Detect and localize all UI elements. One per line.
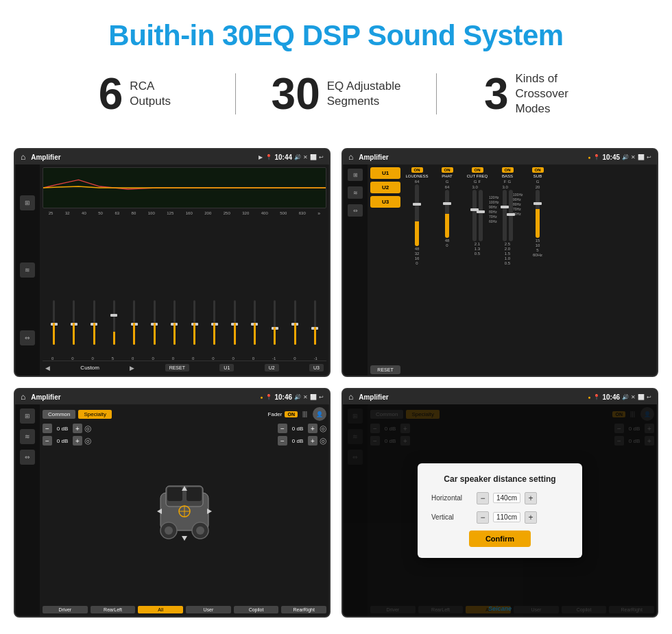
eq-close-icon[interactable]: ✕: [303, 154, 308, 160]
fader-specialty-tab[interactable]: Specialty: [78, 410, 111, 419]
amp-sub-slider[interactable]: 20 15 10 5 60Hz: [533, 185, 542, 374]
eq-mode-label: Custom: [80, 365, 99, 371]
amp-loudness-on[interactable]: ON: [411, 167, 423, 173]
fader-sidebar-icon-2[interactable]: ≋: [20, 429, 35, 444]
fader-fl-plus[interactable]: +: [73, 424, 82, 433]
eq-volume-icon[interactable]: 🔊: [294, 154, 301, 160]
fader-user-btn[interactable]: User: [186, 606, 231, 613]
eq-u1-btn[interactable]: U1: [219, 364, 234, 371]
eq-u3-btn[interactable]: U3: [309, 364, 324, 371]
fader-rr-plus[interactable]: +: [308, 436, 317, 446]
eq-sidebar-icon-1[interactable]: ⊞: [20, 195, 35, 210]
stat-rca: 6 RCAOutputs: [41, 72, 228, 116]
amp-cutfreq-label: CUT FREQ: [467, 174, 488, 178]
fader-rearleft-btn[interactable]: RearLeft: [91, 606, 136, 613]
fader-rr-minus[interactable]: −: [278, 436, 287, 446]
fader-common-tab[interactable]: Common: [43, 410, 75, 419]
dialog-vertical-minus[interactable]: −: [477, 511, 489, 524]
eq-slider-3[interactable]: [86, 300, 103, 355]
amp-volume-icon[interactable]: 🔊: [622, 154, 629, 160]
fader-back-icon[interactable]: ↩: [319, 394, 324, 400]
fader-fr-val: 0 dB: [289, 426, 306, 432]
eq-slider-5[interactable]: [125, 300, 143, 355]
fader-close-icon[interactable]: ✕: [303, 394, 308, 400]
eq-home-icon[interactable]: ⌂: [21, 152, 25, 162]
amp-sub-on[interactable]: ON: [532, 167, 544, 173]
amp-sidebar-icon-2[interactable]: ≋: [348, 186, 363, 199]
eq-slider-9[interactable]: [206, 300, 223, 355]
dialog-volume-icon[interactable]: 🔊: [622, 394, 629, 400]
fader-toggle-icon[interactable]: |||: [302, 411, 307, 417]
fader-window-icon[interactable]: ⬜: [310, 394, 317, 400]
amp-home-icon[interactable]: ⌂: [348, 152, 353, 162]
amp-loudness-slider[interactable]: 64 48 32 16 0: [415, 180, 420, 374]
amp-u3-btn[interactable]: U3: [370, 196, 400, 208]
eq-sidebar-icon-3[interactable]: ⇔: [20, 330, 35, 345]
dialog-confirm-button[interactable]: Confirm: [469, 531, 531, 547]
amp-sidebar-icon-3[interactable]: ⇔: [348, 204, 363, 217]
eq-play-icon[interactable]: ▶: [259, 154, 263, 160]
dialog-overlay: Car speaker distance setting Horizontal …: [343, 404, 657, 615]
eq-status-icons: 📍 10:44 🔊 ✕ ⬜ ↩: [265, 154, 324, 161]
eq-slider-11[interactable]: [246, 300, 263, 355]
eq-slider-6[interactable]: [145, 300, 163, 355]
amp-phat-on[interactable]: ON: [442, 167, 453, 173]
amp-close-icon[interactable]: ✕: [631, 154, 636, 160]
dialog-back-icon[interactable]: ↩: [647, 394, 651, 400]
eq-reset-btn[interactable]: RESET: [165, 364, 189, 371]
dialog-window-icon[interactable]: ⬜: [638, 394, 645, 400]
fader-rl-minus[interactable]: −: [43, 436, 52, 446]
amp-phat-slider[interactable]: 64 48 0: [445, 185, 450, 374]
amp-reset-btn[interactable]: RESET: [370, 365, 400, 374]
eq-slider-1[interactable]: [45, 300, 62, 355]
amp-bass-on[interactable]: ON: [502, 167, 514, 173]
amp-cutfreq-on[interactable]: ON: [472, 167, 483, 173]
fader-on-label[interactable]: ON: [285, 411, 298, 417]
eq-back-icon[interactable]: ↩: [319, 154, 324, 160]
amp-sidebar-icon-1[interactable]: ⊞: [348, 169, 363, 181]
eq-slider-12[interactable]: [266, 300, 283, 355]
eq-slider-8[interactable]: [186, 300, 203, 355]
eq-screen-card: ⌂ Amplifier ▶ 📍 10:44 🔊 ✕ ⬜ ↩ ⊞ ≋ ⇔: [14, 148, 331, 377]
dialog-close-icon[interactable]: ✕: [631, 394, 636, 400]
fader-fr-minus[interactable]: −: [278, 424, 287, 433]
eq-slider-10[interactable]: [226, 300, 243, 355]
dialog-vertical-plus[interactable]: +: [525, 511, 537, 524]
fader-sidebar-icon-1[interactable]: ⊞: [20, 409, 35, 424]
eq-slider-7[interactable]: [166, 300, 183, 355]
amp-cutfreq-slider[interactable]: 3.0 120Hz100Hz90Hz80Hz70Hz60Hz 2: [472, 185, 483, 374]
eq-slider-4[interactable]: [106, 300, 123, 355]
fader-dot-icon: ●: [260, 395, 263, 400]
fader-fr-plus[interactable]: +: [308, 424, 317, 433]
amp-bass-slider[interactable]: 3.0 100Hz90Hz80Hz70Hz60Hz 2.5: [503, 185, 513, 374]
eq-next-icon[interactable]: ▶: [130, 365, 134, 371]
dialog-home-icon[interactable]: ⌂: [348, 392, 353, 402]
fader-driver-btn[interactable]: Driver: [43, 606, 88, 613]
amp-location-icon: 📍: [593, 154, 600, 160]
eq-u2-btn[interactable]: U2: [265, 364, 279, 371]
fader-rearright-btn[interactable]: RearRight: [281, 606, 326, 613]
fader-fl-minus[interactable]: −: [43, 424, 52, 433]
dialog-horizontal-minus[interactable]: −: [477, 492, 489, 504]
dialog-horizontal-plus[interactable]: +: [525, 492, 537, 504]
stat-crossover-number: 3: [484, 72, 509, 116]
amp-cutfreq-channel: ON CUT FREQ GF 3.0 120Hz100: [465, 167, 490, 374]
fader-rl-plus[interactable]: +: [73, 436, 82, 446]
eq-slider-14[interactable]: [307, 300, 324, 355]
fader-volume-icon[interactable]: 🔊: [294, 394, 301, 400]
eq-content: ⊞ ≋ ⇔ 253240506: [15, 164, 329, 376]
amp-back-icon[interactable]: ↩: [647, 154, 651, 160]
eq-prev-icon[interactable]: ◀: [45, 365, 50, 371]
fader-home-icon[interactable]: ⌂: [21, 392, 25, 402]
eq-window-icon[interactable]: ⬜: [310, 154, 317, 160]
fader-all-btn[interactable]: All: [138, 606, 183, 613]
amp-u1-btn[interactable]: U1: [370, 167, 400, 179]
amp-window-icon[interactable]: ⬜: [638, 154, 645, 160]
eq-slider-13[interactable]: [286, 300, 303, 355]
eq-sidebar-icon-2[interactable]: ≋: [20, 263, 35, 278]
eq-slider-2[interactable]: [65, 300, 82, 355]
fader-sidebar-icon-3[interactable]: ⇔: [20, 450, 35, 465]
amp-status-bar: ⌂ Amplifier ● 📍 10:45 🔊 ✕ ⬜ ↩: [343, 149, 657, 164]
fader-copilot-btn[interactable]: Copilot: [234, 606, 279, 613]
amp-u2-btn[interactable]: U2: [370, 182, 400, 193]
